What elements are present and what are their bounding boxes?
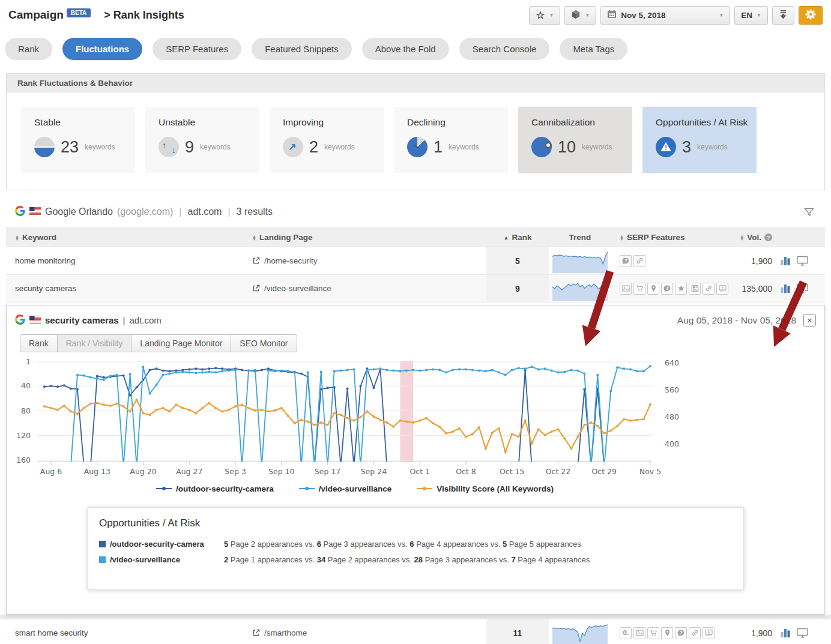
svg-text:Aug 13: Aug 13 <box>84 467 110 476</box>
row-actions <box>775 247 814 274</box>
card-cannibalization[interactable]: Cannibalization10keywords <box>518 107 632 173</box>
google-logo-icon <box>15 314 25 327</box>
detail-tab-rank[interactable]: Rank <box>20 334 58 352</box>
tab-search-console[interactable]: Search Console <box>459 38 550 60</box>
tab-featured-snippets[interactable]: Featured Snippets <box>252 38 352 60</box>
card-label: Stable <box>34 117 135 128</box>
trend-sparkline[interactable] <box>549 247 611 274</box>
rank-history-icon[interactable] <box>781 256 791 266</box>
card-opportunities-at-risk[interactable]: Opportunities / At Risk!3keywords <box>642 107 757 173</box>
legend-item-visibility-score-all-keywords-[interactable]: Visibility Score (All Keywords) <box>417 483 554 494</box>
download-button[interactable] <box>772 6 794 25</box>
svg-text:40: 40 <box>21 381 31 390</box>
package-dropdown[interactable]: ▼ <box>564 6 596 25</box>
card-count: 10 <box>558 138 576 157</box>
table-row[interactable]: home monitoring/home-security5?1,900 <box>6 247 825 275</box>
cannibalization-icon <box>531 137 552 157</box>
svg-text:Aug 6: Aug 6 <box>40 467 62 476</box>
trend-sparkline[interactable] <box>549 275 611 302</box>
star-icon: ☆ <box>536 10 545 20</box>
rank-history-icon[interactable] <box>781 628 791 638</box>
top-controls: ☆ ▼ ▼ Nov 5, 2018 ▼ EN ▼ <box>529 6 823 25</box>
filter-icon[interactable] <box>804 208 814 217</box>
detail-tab-seo-monitor[interactable]: SEO Monitor <box>231 334 297 352</box>
separator: | <box>123 315 125 325</box>
legend-item--outdoor-security-camera[interactable]: /outdoor-security-camera <box>156 483 274 494</box>
detail-tab-landing-page-monitor[interactable]: Landing Page Monitor <box>131 334 231 352</box>
tab-above-the-fold[interactable]: Above the Fold <box>362 38 449 60</box>
detail-tab-rank-visibility[interactable]: Rank / Visibility <box>58 334 132 352</box>
trend-sparkline[interactable] <box>549 619 611 644</box>
opportunities-risk-panel: Opportunities / At Risk /outdoor-securit… <box>88 507 744 590</box>
card-unit: keywords <box>200 143 231 151</box>
tab-meta-tags[interactable]: Meta Tags <box>560 38 627 60</box>
volume-cell: 1,900 <box>731 619 775 644</box>
card-label: Opportunities / At Risk <box>656 117 757 128</box>
card-declining[interactable]: Declining→1keywords <box>394 107 508 173</box>
svg-text:80: 80 <box>21 406 31 415</box>
column-header-trend: Trend <box>549 233 611 242</box>
landing-page-cell: /smarthome <box>252 619 486 644</box>
svg-text:Oct 15: Oct 15 <box>500 467 525 476</box>
panel-title: Rank Fluctuations & Behavior <box>7 74 824 92</box>
language-selector[interactable]: EN ▼ <box>734 6 768 25</box>
rank-history-icon[interactable] <box>781 283 791 293</box>
svg-text:?: ? <box>624 258 627 263</box>
svg-text:Nov 5: Nov 5 <box>639 467 661 476</box>
risk-row-label: /video-surveillance <box>110 555 224 564</box>
table-row[interactable]: smart home security/smarthome110.?1,900 <box>6 619 825 644</box>
fluctuation-cards: Stable23keywordsUnstable↑↓9keywordsImpro… <box>7 92 824 190</box>
card-stable[interactable]: Stable23keywords <box>21 107 135 173</box>
table-row[interactable]: security cameras/video-surveillance9?135… <box>6 275 825 302</box>
card-unstable[interactable]: Unstable↑↓9keywords <box>145 107 259 173</box>
panel-divider <box>0 615 831 619</box>
date-selector-value: Nov 5, 2018 <box>621 11 665 20</box>
detail-tabs: RankRank / VisibilityLanding Page Monito… <box>7 327 824 352</box>
detail-header: security cameras | adt.com Aug 05, 2018 … <box>7 305 824 327</box>
question-bubble-icon: ? <box>675 627 687 639</box>
row-actions <box>775 619 814 644</box>
card-improving[interactable]: Improving↗2keywords <box>270 107 384 173</box>
risk-row-text: 5 Page 2 appearances vs. 6 Page 3 appear… <box>224 540 581 549</box>
download-icon <box>779 10 788 21</box>
serp-preview-icon[interactable] <box>797 628 808 638</box>
svg-text:120: 120 <box>16 431 31 440</box>
keyword-table: ▲▼Keyword ▲▼Landing Page ▲Rank Trend ▲▼S… <box>6 227 825 302</box>
legend-item--video-surveillance[interactable]: /video-surveillance <box>299 483 392 494</box>
column-header-volume[interactable]: ▲▼Vol.? <box>731 233 775 242</box>
link-icon <box>703 283 715 295</box>
landing-page-link[interactable]: /home-security <box>264 256 318 265</box>
risk-rows: /outdoor-security-camera5 Page 2 appeara… <box>99 540 733 564</box>
column-header-landing-page[interactable]: ▲▼Landing Page <box>252 233 486 242</box>
landing-page-link[interactable]: /smarthome <box>264 628 307 637</box>
help-icon[interactable]: ? <box>764 233 772 241</box>
rank-cell: 11 <box>486 619 549 644</box>
tab-fluctuations[interactable]: Fluctuations <box>62 38 142 60</box>
sort-asc-icon: ▲ <box>504 235 509 241</box>
improving-icon: ↗ <box>283 137 303 157</box>
card-unit: keywords <box>449 143 479 151</box>
tab-serp-features[interactable]: SERP Features <box>153 38 241 60</box>
svg-text:Oct 22: Oct 22 <box>546 467 571 476</box>
risk-panel-title: Opportunities / At Risk <box>99 517 733 529</box>
tab-rank[interactable]: Rank <box>5 38 52 60</box>
chevron-down-icon: ▼ <box>585 13 590 18</box>
close-icon[interactable]: × <box>803 314 816 327</box>
column-header-rank[interactable]: ▲Rank <box>486 233 549 242</box>
volume-cell: 135,000 <box>731 275 775 302</box>
settings-button[interactable] <box>799 6 823 25</box>
landing-page-link[interactable]: /video-surveillance <box>264 284 331 293</box>
beta-badge: BETA <box>67 8 91 17</box>
favorites-dropdown[interactable]: ☆ ▼ <box>529 6 560 25</box>
external-link-icon <box>252 629 260 637</box>
separator: | <box>226 206 232 217</box>
svg-text:Oct 29: Oct 29 <box>591 467 617 476</box>
date-selector[interactable]: Nov 5, 2018 ▼ <box>600 6 730 25</box>
svg-text:?: ? <box>666 286 668 291</box>
star-rating-icon <box>675 283 687 295</box>
serp-preview-icon[interactable] <box>797 283 808 293</box>
column-header-serp-features[interactable]: ▲▼SERP Features <box>611 233 731 242</box>
serp-preview-icon[interactable] <box>797 256 808 266</box>
column-header-keyword[interactable]: ▲▼Keyword <box>6 233 252 242</box>
card-label: Unstable <box>159 117 259 128</box>
